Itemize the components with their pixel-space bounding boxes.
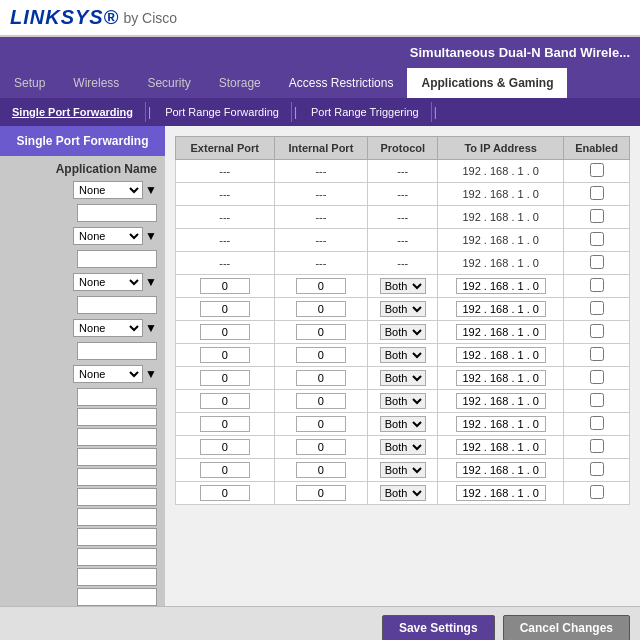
enabled-cell[interactable]	[564, 459, 630, 482]
ip-input[interactable]	[456, 462, 546, 478]
ext-port-input[interactable]	[200, 278, 250, 294]
proto-select[interactable]: BothTCPUDP	[380, 347, 426, 363]
int-port-cell[interactable]	[274, 413, 368, 436]
int-port-cell[interactable]	[274, 459, 368, 482]
proto-cell[interactable]: BothTCPUDP	[368, 413, 438, 436]
ext-port-cell[interactable]	[176, 275, 275, 298]
ext-port-input[interactable]	[200, 439, 250, 455]
sidebar-input-9[interactable]	[77, 488, 157, 506]
save-settings-button[interactable]: Save Settings	[382, 615, 495, 640]
ip-input[interactable]	[456, 439, 546, 455]
proto-cell[interactable]: BothTCPUDP	[368, 482, 438, 505]
proto-cell[interactable]: BothTCPUDP	[368, 436, 438, 459]
enabled-cell[interactable]	[564, 321, 630, 344]
proto-cell[interactable]: BothTCPUDP	[368, 459, 438, 482]
proto-select[interactable]: BothTCPUDP	[380, 370, 426, 386]
enabled-checkbox[interactable]	[590, 485, 604, 499]
enabled-cell[interactable]	[564, 482, 630, 505]
enabled-checkbox[interactable]	[590, 416, 604, 430]
ext-port-input[interactable]	[200, 485, 250, 501]
enabled-checkbox[interactable]	[590, 278, 604, 292]
ext-port-cell[interactable]	[176, 482, 275, 505]
enabled-cell[interactable]	[564, 367, 630, 390]
enabled-checkbox[interactable]	[590, 186, 604, 200]
proto-select[interactable]: BothTCPUDP	[380, 462, 426, 478]
enabled-checkbox[interactable]	[590, 324, 604, 338]
ext-port-cell[interactable]	[176, 321, 275, 344]
int-port-input[interactable]	[296, 462, 346, 478]
int-port-input[interactable]	[296, 370, 346, 386]
sidebar-input-13[interactable]	[77, 568, 157, 586]
int-port-cell[interactable]	[274, 482, 368, 505]
tab-wireless[interactable]: Wireless	[59, 68, 133, 98]
enabled-cell[interactable]	[564, 390, 630, 413]
enabled-cell[interactable]	[564, 252, 630, 275]
tab-security[interactable]: Security	[133, 68, 204, 98]
ext-port-cell[interactable]	[176, 436, 275, 459]
proto-select[interactable]: BothTCPUDP	[380, 324, 426, 340]
ext-port-input[interactable]	[200, 416, 250, 432]
proto-cell[interactable]: BothTCPUDP	[368, 298, 438, 321]
sidebar-select-3[interactable]: None	[73, 319, 143, 337]
tab-setup[interactable]: Setup	[0, 68, 59, 98]
ext-port-input[interactable]	[200, 370, 250, 386]
ext-port-input[interactable]	[200, 301, 250, 317]
ip-cell[interactable]	[438, 367, 564, 390]
enabled-checkbox[interactable]	[590, 232, 604, 246]
ip-input[interactable]	[456, 278, 546, 294]
sidebar-input-11[interactable]	[77, 528, 157, 546]
ext-port-cell[interactable]	[176, 344, 275, 367]
tab-applications-gaming[interactable]: Applications & Gaming	[407, 68, 567, 98]
proto-select[interactable]: BothTCPUDP	[380, 439, 426, 455]
ip-input[interactable]	[456, 393, 546, 409]
ext-port-cell[interactable]	[176, 298, 275, 321]
int-port-input[interactable]	[296, 485, 346, 501]
sidebar-input-2[interactable]	[77, 296, 157, 314]
proto-select[interactable]: BothTCPUDP	[380, 485, 426, 501]
ip-cell[interactable]	[438, 298, 564, 321]
ext-port-cell[interactable]	[176, 413, 275, 436]
proto-select[interactable]: BothTCPUDP	[380, 301, 426, 317]
sidebar-select-2[interactable]: None	[73, 273, 143, 291]
enabled-checkbox[interactable]	[590, 439, 604, 453]
ext-port-cell[interactable]	[176, 390, 275, 413]
sidebar-input-12[interactable]	[77, 548, 157, 566]
sidebar-input-10[interactable]	[77, 508, 157, 526]
ext-port-input[interactable]	[200, 393, 250, 409]
enabled-cell[interactable]	[564, 160, 630, 183]
ip-cell[interactable]	[438, 344, 564, 367]
sidebar-input-6[interactable]	[77, 428, 157, 446]
enabled-cell[interactable]	[564, 183, 630, 206]
sidebar-input-5[interactable]	[77, 408, 157, 426]
enabled-checkbox[interactable]	[590, 163, 604, 177]
enabled-checkbox[interactable]	[590, 209, 604, 223]
cancel-changes-button[interactable]: Cancel Changes	[503, 615, 630, 640]
sidebar-select-4[interactable]: None	[73, 365, 143, 383]
enabled-checkbox[interactable]	[590, 393, 604, 407]
enabled-cell[interactable]	[564, 229, 630, 252]
enabled-cell[interactable]	[564, 413, 630, 436]
int-port-input[interactable]	[296, 416, 346, 432]
ext-port-input[interactable]	[200, 347, 250, 363]
ip-input[interactable]	[456, 485, 546, 501]
ext-port-input[interactable]	[200, 462, 250, 478]
sidebar-input-3[interactable]	[77, 342, 157, 360]
sidebar-input-1[interactable]	[77, 250, 157, 268]
enabled-cell[interactable]	[564, 275, 630, 298]
enabled-checkbox[interactable]	[590, 301, 604, 315]
int-port-input[interactable]	[296, 278, 346, 294]
proto-cell[interactable]: BothTCPUDP	[368, 390, 438, 413]
enabled-checkbox[interactable]	[590, 255, 604, 269]
proto-cell[interactable]: BothTCPUDP	[368, 367, 438, 390]
ip-input[interactable]	[456, 324, 546, 340]
enabled-cell[interactable]	[564, 298, 630, 321]
proto-cell[interactable]: BothTCPUDP	[368, 344, 438, 367]
ip-cell[interactable]	[438, 321, 564, 344]
int-port-input[interactable]	[296, 324, 346, 340]
int-port-input[interactable]	[296, 301, 346, 317]
sidebar-select-1[interactable]: None	[73, 227, 143, 245]
proto-cell[interactable]: BothTCPUDP	[368, 321, 438, 344]
subnav-port-range-forwarding[interactable]: Port Range Forwarding	[153, 102, 292, 122]
int-port-cell[interactable]	[274, 275, 368, 298]
int-port-input[interactable]	[296, 439, 346, 455]
